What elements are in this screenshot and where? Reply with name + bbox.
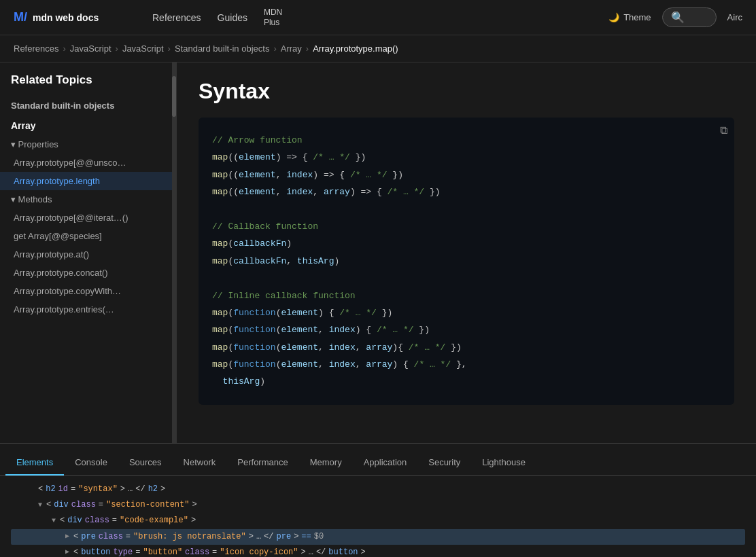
tab-console[interactable]: Console	[64, 452, 118, 475]
dom-arrow[interactable]: ▼	[38, 500, 42, 511]
breadcrumb: References › JavaScript › JavaScript › S…	[0, 35, 756, 62]
code-line-10: thisArg)	[212, 374, 721, 389]
code-blank-2	[212, 270, 721, 286]
code-blank-1	[212, 202, 721, 217]
copy-button[interactable]: ⧉	[720, 124, 727, 137]
user-label[interactable]: Airc	[727, 12, 742, 22]
theme-label: Theme	[623, 12, 651, 22]
tab-application[interactable]: Application	[353, 452, 418, 475]
sidebar-array-label: Array	[0, 116, 176, 135]
tab-network[interactable]: Network	[173, 452, 227, 475]
nav-right: 🌙 Theme 🔍 Airc	[608, 7, 742, 27]
logo-icon: M/	[14, 10, 27, 24]
dom-line-button: ▶ <button type="button" class="icon copy…	[11, 545, 745, 557]
breadcrumb-sep-2: ›	[116, 43, 118, 54]
code-line-8: map(function(element, index, array){ /* …	[212, 340, 721, 355]
syntax-title: Syntax	[199, 79, 734, 104]
code-line-5: map(callbackFn, thisArg)	[212, 253, 721, 269]
related-topics-title: Related Topics	[0, 73, 176, 95]
devtools-content: <h2 id="syntax" >…</h2> ▼ <div class="se…	[0, 476, 756, 557]
theme-button[interactable]: 🌙 Theme	[608, 12, 651, 22]
content-area: Syntax ⧉ // Arrow function map((element)…	[177, 62, 756, 443]
sidebar: Related Topics Standard built-in objects…	[0, 62, 177, 443]
dom-equals: ==	[301, 531, 311, 543]
code-line-4: map(callbackFn)	[212, 236, 721, 251]
nav-references[interactable]: References	[152, 12, 201, 23]
nav-mdn-plus-sub[interactable]: Plus	[264, 18, 282, 27]
sidebar-item-entries[interactable]: Array.prototype.entries(…	[0, 300, 176, 319]
breadcrumb-array[interactable]: Array	[281, 43, 302, 54]
sidebar-section-title: Standard built-in objects	[0, 95, 176, 116]
breadcrumb-sep-1: ›	[63, 43, 65, 54]
sidebar-scroll-thumb	[172, 76, 176, 117]
methods-label: ▾ Methods	[11, 194, 52, 204]
top-navigation: M/ mdn web docs References Guides MDN Pl…	[0, 0, 756, 35]
nav-mdn-plus[interactable]: MDN	[264, 7, 282, 17]
breadcrumb-javascript-2[interactable]: JavaScript	[122, 43, 164, 54]
sidebar-item-unsco[interactable]: Array.prototype[@@unsco…	[0, 154, 176, 172]
code-line-1: map((element) => { /* … */ })	[212, 149, 721, 165]
dom-line-pre: ▶ <pre class="brush: js notranslate" >…<…	[11, 529, 745, 545]
sidebar-item-iterator[interactable]: Array.prototype[@@iterat…()	[0, 209, 176, 227]
logo-text: mdn web docs	[33, 12, 99, 23]
devtools-tabs: Elements Console Sources Network Perform…	[0, 444, 756, 476]
breadcrumb-standard-objects[interactable]: Standard built-in objects	[175, 43, 269, 54]
devtools-panel: Elements Console Sources Network Perform…	[0, 443, 756, 557]
code-comment-3: // Inline callback function	[212, 288, 721, 304]
sidebar-methods[interactable]: ▾ Methods	[0, 190, 176, 209]
tab-sources[interactable]: Sources	[118, 452, 173, 475]
dom-line-code-example: ▼ <div class="code-example" >	[11, 513, 745, 528]
moon-icon: 🌙	[608, 12, 619, 22]
search-box[interactable]: 🔍	[662, 7, 717, 27]
code-line-7: map(function(element, index) { /* … */ }…	[212, 322, 721, 338]
sidebar-item-species[interactable]: get Array[@@species]	[0, 227, 176, 245]
breadcrumb-current: Array.prototype.map()	[313, 43, 398, 54]
breadcrumb-sep-4: ›	[273, 43, 276, 54]
dom-arrow[interactable]: ▶	[65, 531, 69, 542]
site-logo[interactable]: M/ mdn web docs	[14, 10, 136, 24]
code-block: ⧉ // Arrow function map((element) => { /…	[199, 118, 734, 405]
dom-arrow[interactable]: ▶	[65, 547, 69, 557]
code-comment-2: // Callback function	[212, 219, 721, 234]
nav-guides[interactable]: Guides	[218, 12, 247, 23]
code-line-2: map((element, index) => { /* … */ })	[212, 167, 721, 183]
sidebar-item-at[interactable]: Array.prototype.at()	[0, 245, 176, 264]
sidebar-properties[interactable]: ▾ Properties	[0, 135, 176, 154]
main-area: Related Topics Standard built-in objects…	[0, 62, 756, 443]
code-line-3: map((element, index, array) => { /* … */…	[212, 184, 721, 200]
properties-label: ▾ Properties	[11, 139, 58, 149]
breadcrumb-sep-5: ›	[306, 43, 309, 54]
dom-line-h2: <h2 id="syntax" >…</h2>	[11, 482, 745, 497]
code-line-6: map(function(element) { /* … */ })	[212, 305, 721, 321]
dom-line-section-content: ▼ <div class="section-content" >	[11, 497, 745, 513]
sidebar-item-copywith[interactable]: Array.prototype.copyWith…	[0, 282, 176, 300]
sidebar-scrollbar[interactable]	[172, 62, 176, 443]
nav-links: References Guides MDN Plus	[152, 7, 282, 27]
breadcrumb-references[interactable]: References	[14, 43, 58, 54]
tab-performance[interactable]: Performance	[226, 452, 298, 475]
search-icon: 🔍	[671, 11, 685, 24]
dom-arrow[interactable]: ▼	[52, 516, 56, 526]
tab-memory[interactable]: Memory	[299, 452, 353, 475]
tab-security[interactable]: Security	[417, 452, 471, 475]
tab-lighthouse[interactable]: Lighthouse	[471, 452, 536, 475]
breadcrumb-javascript-1[interactable]: JavaScript	[70, 43, 111, 54]
dom-dollar: $0	[314, 531, 324, 543]
code-comment-1: // Arrow function	[212, 132, 721, 148]
sidebar-item-concat[interactable]: Array.prototype.concat()	[0, 264, 176, 282]
tab-elements[interactable]: Elements	[5, 452, 64, 475]
breadcrumb-sep-3: ›	[168, 43, 171, 54]
code-line-9: map(function(element, index, array) { /*…	[212, 357, 721, 372]
sidebar-item-length[interactable]: Array.prototype.length	[0, 172, 176, 190]
